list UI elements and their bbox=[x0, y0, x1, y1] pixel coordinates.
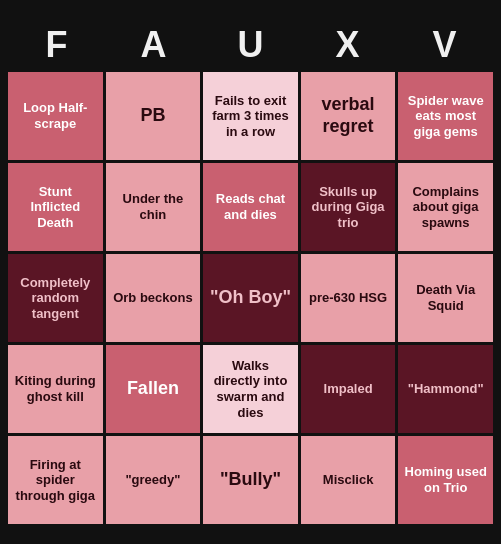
bingo-cell-20: Firing at spider through giga bbox=[8, 436, 103, 524]
bingo-cell-18: Impaled bbox=[301, 345, 396, 433]
bingo-cell-10: Completely random tangent bbox=[8, 254, 103, 342]
bingo-cell-5: Stunt Inflicted Death bbox=[8, 163, 103, 251]
bingo-cell-8: Skulls up during Giga trio bbox=[301, 163, 396, 251]
bingo-cell-14: Death Via Squid bbox=[398, 254, 493, 342]
bingo-cell-13: pre-630 HSG bbox=[301, 254, 396, 342]
header-letter-v: V bbox=[400, 24, 490, 66]
bingo-cell-19: "Hammond" bbox=[398, 345, 493, 433]
bingo-cell-16: Fallen bbox=[106, 345, 201, 433]
bingo-cell-2: Fails to exit farm 3 times in a row bbox=[203, 72, 298, 160]
bingo-cell-21: "greedy" bbox=[106, 436, 201, 524]
header-letter-a: A bbox=[109, 24, 199, 66]
bingo-cell-15: Kiting during ghost kill bbox=[8, 345, 103, 433]
bingo-cell-11: Orb beckons bbox=[106, 254, 201, 342]
bingo-cell-3: verbal regret bbox=[301, 72, 396, 160]
bingo-cell-22: "Bully" bbox=[203, 436, 298, 524]
header-letter-x: X bbox=[303, 24, 393, 66]
bingo-cell-6: Under the chin bbox=[106, 163, 201, 251]
header-letter-f: F bbox=[12, 24, 102, 66]
header-letter-u: U bbox=[206, 24, 296, 66]
bingo-card: F A U X V Loop Half-scrapePBFails to exi… bbox=[0, 12, 501, 532]
bingo-cell-9: Complains about giga spawns bbox=[398, 163, 493, 251]
bingo-cell-4: Spider wave eats most giga gems bbox=[398, 72, 493, 160]
bingo-cell-17: Walks directly into swarm and dies bbox=[203, 345, 298, 433]
bingo-cell-1: PB bbox=[106, 72, 201, 160]
bingo-cell-7: Reads chat and dies bbox=[203, 163, 298, 251]
bingo-grid: Loop Half-scrapePBFails to exit farm 3 t… bbox=[8, 72, 493, 524]
bingo-cell-24: Homing used on Trio bbox=[398, 436, 493, 524]
bingo-cell-12: "Oh Boy" bbox=[203, 254, 298, 342]
bingo-cell-0: Loop Half-scrape bbox=[8, 72, 103, 160]
bingo-cell-23: Misclick bbox=[301, 436, 396, 524]
